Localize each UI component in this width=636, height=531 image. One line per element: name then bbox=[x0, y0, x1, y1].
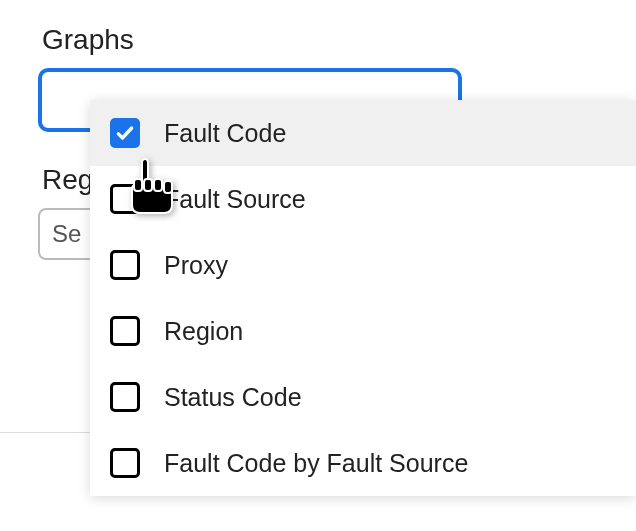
checkbox-icon bbox=[110, 316, 140, 346]
checkbox-icon bbox=[110, 382, 140, 412]
checkbox-icon bbox=[110, 250, 140, 280]
divider bbox=[0, 432, 90, 433]
region-select[interactable]: Se bbox=[38, 208, 98, 260]
pointer-cursor-icon bbox=[122, 155, 192, 229]
dropdown-item-label: Status Code bbox=[164, 383, 302, 412]
dropdown-item-status-code[interactable]: Status Code bbox=[90, 364, 636, 430]
dropdown-item-proxy[interactable]: Proxy bbox=[90, 232, 636, 298]
dropdown-item-label: Proxy bbox=[164, 251, 228, 280]
svg-rect-3 bbox=[164, 181, 172, 193]
checkbox-icon bbox=[110, 448, 140, 478]
svg-rect-0 bbox=[134, 179, 142, 191]
svg-rect-1 bbox=[144, 179, 152, 191]
dropdown-item-region[interactable]: Region bbox=[90, 298, 636, 364]
dropdown-item-label: Fault Code bbox=[164, 119, 286, 148]
dropdown-item-label: Fault Code by Fault Source bbox=[164, 449, 468, 478]
dropdown-item-label: Region bbox=[164, 317, 243, 346]
svg-rect-2 bbox=[154, 179, 162, 191]
dropdown-item-fault-code-by-source[interactable]: Fault Code by Fault Source bbox=[90, 430, 636, 496]
checkbox-icon bbox=[110, 118, 140, 148]
graphs-label: Graphs bbox=[42, 24, 636, 56]
